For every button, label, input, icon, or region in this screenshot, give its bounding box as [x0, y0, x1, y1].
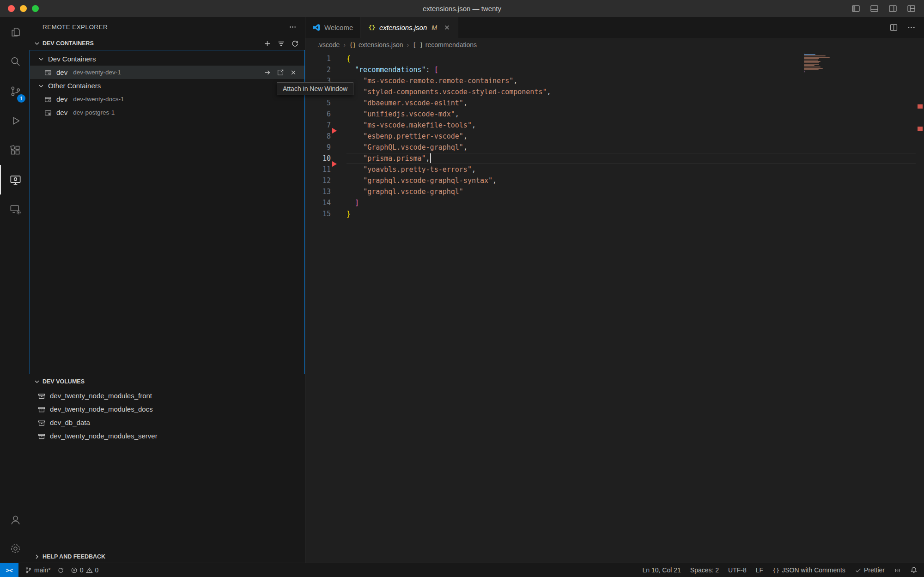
toggle-primary-sidebar-icon[interactable] — [851, 4, 860, 13]
code-line-15[interactable]: 15} — [305, 208, 924, 219]
breadcrumb-extensions-json[interactable]: {} extensions.json — [349, 41, 403, 49]
sidebar-item-source-control[interactable]: 1 — [0, 76, 30, 106]
split-editor-icon[interactable] — [889, 23, 898, 32]
minimap-line — [804, 58, 819, 59]
add-icon[interactable] — [263, 40, 271, 48]
symbol-object-icon: {} — [349, 42, 356, 49]
container-name: dev — [56, 109, 67, 116]
section-header-dev-containers[interactable]: DEV CONTAINERS — [30, 37, 304, 50]
tooltip-attach-in-new-window: Attach in New Window — [277, 82, 353, 95]
attach-in-current-window-icon[interactable] — [264, 69, 271, 76]
remote-indicator[interactable]: >< — [0, 563, 18, 577]
code-line-12[interactable]: 12 "graphql.vscode-graphql-syntax", — [305, 175, 924, 186]
code-line-5[interactable]: 5 "dbaeumer.vscode-eslint", — [305, 97, 924, 109]
volume-item-dev-twenty-node-modules-docs[interactable]: dev_twenty_node_modules_docs — [30, 402, 304, 416]
attach-in-new-window-icon[interactable] — [277, 69, 284, 76]
minimap-line — [804, 61, 821, 62]
close-tab-icon[interactable] — [444, 24, 450, 31]
line-number: 2 — [305, 64, 346, 75]
eol-status[interactable]: LF — [756, 566, 763, 574]
code-line-11[interactable]: 11 "yoavbls.pretty-ts-errors", — [305, 164, 924, 175]
code-editor[interactable]: 1{2 "recommendations": [3 "ms-vscode-rem… — [305, 52, 924, 563]
line-number: 6 — [305, 109, 346, 120]
code-line-9[interactable]: 9 "GraphQL.vscode-graphql", — [305, 142, 924, 153]
title-bar: extensions.json — twenty — [0, 0, 924, 17]
code-line-13[interactable]: 13 "graphql.vscode-graphql" — [305, 186, 924, 197]
sidebar-item-extensions[interactable] — [0, 135, 30, 165]
more-actions-icon[interactable] — [907, 23, 916, 32]
eol-label: LF — [756, 566, 763, 574]
code-text: "recommendations": [ — [346, 64, 438, 75]
code-line-8[interactable]: 8 "esbenp.prettier-vscode", — [305, 131, 924, 142]
chevron-down-icon — [33, 378, 41, 385]
minimap-line — [804, 71, 805, 72]
section-header-help-and-feedback[interactable]: HELP AND FEEDBACK — [30, 550, 304, 563]
volume-item-dev-twenty-node-modules-front[interactable]: dev_twenty_node_modules_front — [30, 389, 304, 402]
git-branch-status[interactable]: main* — [25, 566, 51, 574]
container-item-dev-postgres-1[interactable]: devdev-postgres-1 — [30, 106, 304, 119]
sidebar-item-search[interactable] — [0, 47, 30, 76]
code-line-4[interactable]: 4 "styled-components.vscode-styled-compo… — [305, 86, 924, 97]
accounts-button[interactable] — [0, 505, 30, 534]
code-line-7[interactable]: 7 "ms-vscode.makefile-tools", — [305, 120, 924, 131]
tab-welcome[interactable]: Welcome — [305, 17, 361, 38]
encoding-status[interactable]: UTF-8 — [728, 566, 747, 574]
broadcast-icon — [894, 567, 901, 574]
tree-group-dev-containers[interactable]: Dev Containers — [30, 52, 304, 66]
code-line-6[interactable]: 6 "unifiedjs.vscode-mdx", — [305, 109, 924, 120]
volume-icon — [37, 419, 46, 427]
zoom-window-button[interactable] — [32, 5, 39, 12]
breadcrumb-vscode[interactable]: .vscode — [317, 41, 340, 49]
sync-status[interactable] — [57, 567, 64, 574]
container-item-dev-twenty-dev-1[interactable]: devdev-twenty-dev-1 — [30, 66, 304, 79]
indentation-label: Spaces: 2 — [690, 566, 719, 574]
code-line-10[interactable]: 10 "prisma.prisma", — [305, 153, 924, 164]
sidebar-item-remote-explorer[interactable] — [0, 165, 30, 194]
minimap-line — [804, 53, 804, 54]
section-label: HELP AND FEEDBACK — [43, 553, 105, 560]
section-header-dev-volumes[interactable]: DEV VOLUMES — [30, 375, 304, 388]
broadcast-status[interactable] — [894, 567, 901, 574]
section-label: DEV CONTAINERS — [43, 40, 94, 47]
dev-containers-tree: Dev Containersdevdev-twenty-dev-1Other C… — [30, 50, 305, 374]
refresh-icon[interactable] — [291, 40, 299, 48]
sidebar-item-explorer[interactable] — [0, 17, 30, 47]
tree-group-other-containers[interactable]: Other Containers — [30, 79, 304, 92]
close-window-button[interactable] — [8, 5, 15, 12]
warning-count: 0 — [95, 566, 99, 574]
breadcrumb-recommendations[interactable]: [ ] recommendations — [413, 41, 477, 49]
customize-layout-icon[interactable] — [907, 4, 916, 13]
open-changes-icon[interactable] — [872, 23, 881, 32]
settings-button[interactable] — [0, 534, 30, 563]
git-deleted-lines-marker — [332, 128, 337, 134]
volume-item-dev-db-data[interactable]: dev_db_data — [30, 416, 304, 429]
container-item-dev-twenty-docs-1[interactable]: devdev-twenty-docs-1 — [30, 92, 304, 106]
tab-extensions-json[interactable]: {} extensions.json M — [361, 17, 458, 38]
close-icon[interactable] — [290, 69, 297, 76]
sidebar-panel-header: REMOTE EXPLORER — [30, 17, 305, 37]
filter-icon[interactable] — [277, 40, 285, 48]
toggle-panel-icon[interactable] — [870, 4, 879, 13]
language-mode-status[interactable]: {} JSON with Comments — [772, 566, 845, 574]
volume-name: dev_twenty_node_modules_front — [50, 392, 152, 400]
code-line-3[interactable]: 3 "ms-vscode-remote.remote-containers", — [305, 75, 924, 86]
git-branch-icon — [25, 567, 32, 574]
breadcrumb-separator-icon: › — [407, 41, 409, 49]
notifications-button[interactable] — [910, 566, 918, 574]
formatter-status[interactable]: Prettier — [855, 566, 885, 574]
sidebar-item-containers[interactable] — [0, 194, 30, 224]
minimize-window-button[interactable] — [20, 5, 27, 12]
indentation-status[interactable]: Spaces: 2 — [690, 566, 719, 574]
volume-icon — [37, 432, 46, 440]
minimap[interactable] — [804, 53, 836, 73]
container-description: dev-postgres-1 — [73, 109, 115, 116]
line-number: 10 — [305, 153, 346, 164]
problems-status[interactable]: 0 0 — [71, 566, 99, 574]
volume-item-dev-twenty-node-modules-server[interactable]: dev_twenty_node_modules_server — [30, 429, 304, 443]
toggle-secondary-sidebar-icon[interactable] — [888, 4, 897, 13]
code-line-14[interactable]: 14 ] — [305, 197, 924, 208]
json-braces-icon: {} — [368, 24, 376, 31]
sidebar-item-run-debug[interactable] — [0, 106, 30, 135]
ellipsis-icon[interactable] — [289, 23, 297, 31]
cursor-position-status[interactable]: Ln 10, Col 21 — [643, 566, 681, 574]
